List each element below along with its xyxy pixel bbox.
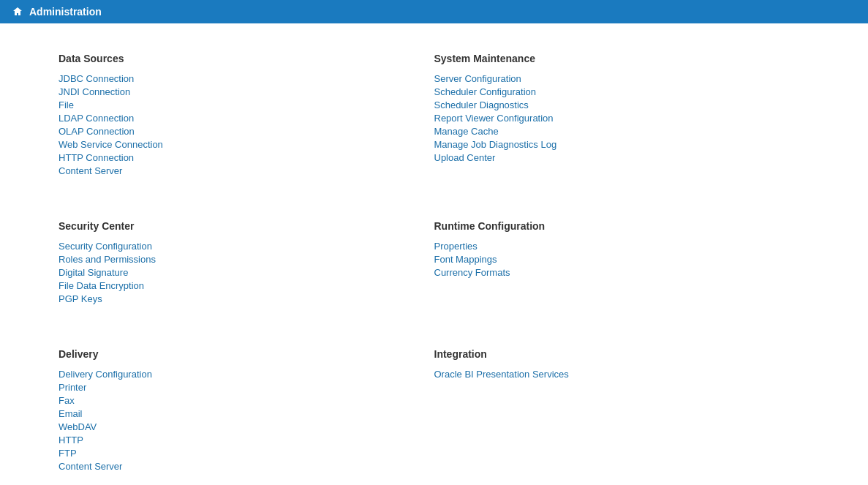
link-currency-formats[interactable]: Currency Formats — [434, 267, 810, 278]
link-font-mappings[interactable]: Font Mappings — [434, 254, 810, 265]
link-http[interactable]: HTTP — [59, 435, 434, 445]
section-links-security-center: Security ConfigurationRoles and Permissi… — [59, 241, 434, 304]
section-integration: IntegrationOracle BI Presentation Servic… — [434, 348, 810, 485]
admin-header: Administration — [0, 0, 868, 23]
section-data-sources: Data SourcesJDBC ConnectionJNDI Connecti… — [59, 53, 434, 191]
link-content-server[interactable]: Content Server — [59, 461, 434, 472]
section-title-integration: Integration — [434, 348, 810, 360]
link-olap-connection[interactable]: OLAP Connection — [59, 126, 434, 137]
link-fax[interactable]: Fax — [59, 395, 434, 406]
main-content: Data SourcesJDBC ConnectionJNDI Connecti… — [0, 23, 868, 485]
section-links-runtime-configuration: PropertiesFont MappingsCurrency Formats — [434, 241, 810, 278]
link-file[interactable]: File — [59, 99, 434, 110]
link-file-data-encryption[interactable]: File Data Encryption — [59, 280, 434, 291]
link-ldap-connection[interactable]: LDAP Connection — [59, 113, 434, 124]
link-manage-cache[interactable]: Manage Cache — [434, 126, 810, 137]
section-links-integration: Oracle BI Presentation Services — [434, 369, 810, 380]
link-scheduler-configuration[interactable]: Scheduler Configuration — [434, 86, 810, 97]
section-title-security-center: Security Center — [59, 220, 434, 232]
link-oracle-bi-presentation-services[interactable]: Oracle BI Presentation Services — [434, 369, 810, 380]
link-manage-job-diagnostics-log[interactable]: Manage Job Diagnostics Log — [434, 139, 810, 150]
link-scheduler-diagnostics[interactable]: Scheduler Diagnostics — [434, 99, 810, 110]
link-jndi-connection[interactable]: JNDI Connection — [59, 86, 434, 97]
link-http-connection[interactable]: HTTP Connection — [59, 152, 434, 163]
home-icon — [12, 6, 23, 18]
link-security-configuration[interactable]: Security Configuration — [59, 241, 434, 252]
link-properties[interactable]: Properties — [434, 241, 810, 252]
header-title: Administration — [29, 6, 102, 18]
link-report-viewer-configuration[interactable]: Report Viewer Configuration — [434, 113, 810, 124]
section-title-delivery: Delivery — [59, 348, 434, 360]
section-links-data-sources: JDBC ConnectionJNDI ConnectionFileLDAP C… — [59, 73, 434, 176]
link-webdav[interactable]: WebDAV — [59, 421, 434, 432]
link-web-service-connection[interactable]: Web Service Connection — [59, 139, 434, 150]
section-delivery: DeliveryDelivery ConfigurationPrinterFax… — [59, 348, 434, 485]
link-delivery-configuration[interactable]: Delivery Configuration — [59, 369, 434, 380]
section-runtime-configuration: Runtime ConfigurationPropertiesFont Mapp… — [434, 220, 810, 319]
section-title-data-sources: Data Sources — [59, 53, 434, 64]
link-jdbc-connection[interactable]: JDBC Connection — [59, 73, 434, 84]
section-title-system-maintenance: System Maintenance — [434, 53, 810, 64]
section-links-delivery: Delivery ConfigurationPrinterFaxEmailWeb… — [59, 369, 434, 472]
section-security-center: Security CenterSecurity ConfigurationRol… — [59, 220, 434, 319]
section-title-runtime-configuration: Runtime Configuration — [434, 220, 810, 232]
link-server-configuration[interactable]: Server Configuration — [434, 73, 810, 84]
link-pgp-keys[interactable]: PGP Keys — [59, 293, 434, 304]
link-roles-and-permissions[interactable]: Roles and Permissions — [59, 254, 434, 265]
section-links-system-maintenance: Server ConfigurationScheduler Configurat… — [434, 73, 810, 163]
link-printer[interactable]: Printer — [59, 382, 434, 393]
link-email[interactable]: Email — [59, 408, 434, 419]
link-digital-signature[interactable]: Digital Signature — [59, 267, 434, 278]
link-content-server[interactable]: Content Server — [59, 165, 434, 176]
link-ftp[interactable]: FTP — [59, 448, 434, 459]
section-system-maintenance: System MaintenanceServer ConfigurationSc… — [434, 53, 810, 191]
link-upload-center[interactable]: Upload Center — [434, 152, 810, 163]
